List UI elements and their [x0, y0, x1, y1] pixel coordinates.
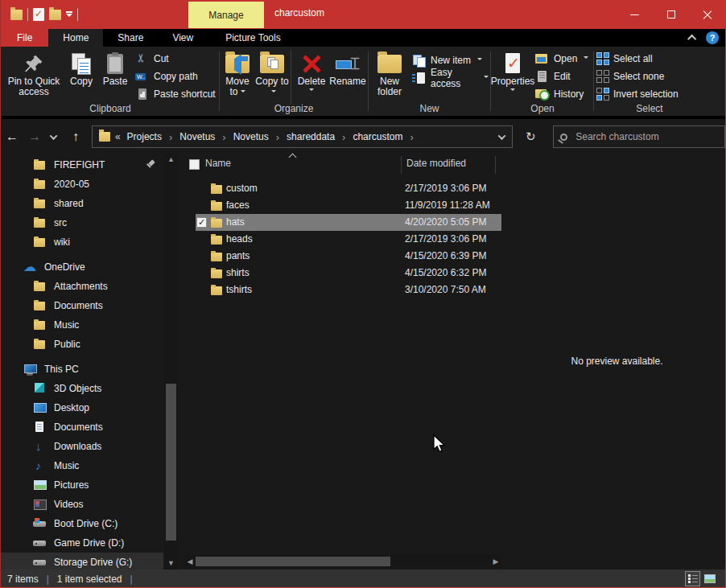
open-button[interactable]: Open	[535, 50, 588, 68]
delete-button[interactable]: Delete	[294, 48, 329, 93]
copy-button[interactable]: Copy	[65, 48, 97, 87]
sidebar-item[interactable]: Desktop	[1, 398, 163, 417]
table-row[interactable]: tshirts 3/10/2020 7:50 AM	[184, 282, 501, 298]
new-folder-icon	[377, 51, 402, 76]
sidebar-item[interactable]: src	[1, 213, 163, 232]
forward-icon[interactable]: →	[23, 130, 46, 144]
sidebar-item[interactable]: Storage Drive (G:)	[1, 553, 163, 569]
file-list-horizontal-scrollbar[interactable]: ◀ ▶	[184, 555, 501, 568]
sidebar-item[interactable]: shared	[1, 194, 163, 213]
breadcrumb-segment[interactable]: shareddata ›	[285, 131, 351, 143]
sidebar-item-icon	[33, 498, 47, 511]
sidebar-item[interactable]: Music	[1, 315, 163, 335]
address-dropdown-chevron-icon[interactable]	[491, 126, 512, 147]
edit-button[interactable]: Edit	[535, 68, 571, 85]
sidebar-item[interactable]: FIREFIGHT	[1, 155, 163, 175]
table-row[interactable]: hats 4/20/2020 5:05 PM	[184, 214, 501, 231]
select-all-button[interactable]: Select all	[596, 50, 653, 68]
back-icon[interactable]: ←	[1, 130, 23, 144]
chevron-right-icon[interactable]: ›	[336, 131, 351, 143]
scrollbar-thumb[interactable]	[196, 557, 390, 566]
history-button[interactable]: History	[535, 85, 584, 103]
tab-home[interactable]: Home	[48, 29, 103, 47]
chevron-right-icon[interactable]: ›	[404, 131, 419, 143]
sidebar-item[interactable]: Documents	[1, 417, 163, 437]
copy-to-button[interactable]: Copy to	[255, 48, 289, 97]
manage-contextual-tab[interactable]: Manage	[188, 2, 264, 28]
invert-selection-button[interactable]: Invert selection	[596, 85, 679, 103]
tab-share[interactable]: Share	[103, 29, 158, 47]
address-bar: ← → ↑ « Projects › Novetus ›	[1, 122, 725, 151]
breadcrumb-segment[interactable]: Novetus ›	[232, 131, 285, 143]
column-header-name[interactable]: Name	[205, 158, 231, 169]
select-all-checkbox[interactable]	[189, 159, 200, 170]
row-checkbox[interactable]	[196, 217, 207, 228]
sidebar-item[interactable]: Boot Drive (C:)	[1, 514, 163, 533]
breadcrumb[interactable]: « Projects › Novetus › Novetus ›	[92, 125, 513, 148]
sidebar-item[interactable]: Videos	[1, 495, 163, 514]
table-row[interactable]: faces 11/9/2019 11:28 AM	[184, 197, 501, 214]
chevron-right-icon[interactable]: ›	[217, 131, 231, 143]
help-icon[interactable]: ?	[706, 31, 719, 44]
tab-view[interactable]: View	[158, 29, 208, 47]
rename-button[interactable]: Rename	[329, 48, 366, 87]
sidebar-item[interactable]: Pictures	[1, 475, 163, 495]
maximize-button[interactable]	[653, 0, 689, 29]
scroll-left-icon[interactable]: ◀	[184, 555, 196, 568]
sidebar-item[interactable]: wiki	[1, 232, 163, 252]
recent-locations-chevron-icon[interactable]	[49, 132, 57, 140]
sidebar-scrollbar[interactable]: ▲ ▼	[164, 153, 178, 569]
details-view-button[interactable]	[685, 571, 700, 586]
table-row[interactable]: pants 4/15/2020 6:39 PM	[184, 248, 501, 265]
select-none-button[interactable]: Select none	[596, 68, 664, 85]
sidebar-item[interactable]: 2020-05	[1, 175, 163, 194]
scroll-up-icon[interactable]: ▲	[164, 153, 178, 166]
sidebar-item[interactable]: This PC	[1, 360, 163, 379]
scroll-right-icon[interactable]: ▶	[490, 555, 501, 568]
minimize-button[interactable]	[617, 0, 653, 29]
tab-file[interactable]: File	[1, 29, 48, 47]
refresh-icon[interactable]: ↻	[519, 126, 542, 147]
column-divider[interactable]	[495, 156, 496, 174]
breadcrumb-segment[interactable]: Projects ›	[126, 131, 179, 143]
cut-button[interactable]: Cut	[135, 50, 169, 68]
scrollbar-thumb[interactable]	[166, 384, 176, 541]
move-to-button[interactable]: Move to	[221, 48, 254, 97]
table-row[interactable]: shirts 4/15/2020 6:32 PM	[184, 265, 501, 282]
large-icons-view-button[interactable]	[702, 571, 717, 586]
column-header-date-modified[interactable]: Date modified	[406, 158, 466, 169]
search-box[interactable]	[553, 125, 725, 148]
sidebar-item[interactable]: 3D Objects	[1, 379, 163, 398]
breadcrumb-segment[interactable]: charcustom ›	[351, 131, 419, 143]
search-input[interactable]	[575, 131, 696, 142]
column-divider[interactable]	[401, 156, 402, 174]
sidebar-item[interactable]: Attachments	[1, 277, 163, 296]
close-button[interactable]	[689, 0, 725, 29]
sidebar-item[interactable]: Music	[1, 456, 163, 475]
sidebar-item[interactable]: Game Drive (D:)	[1, 533, 163, 553]
easy-access-button[interactable]: Easy access	[412, 69, 489, 87]
sidebar-item[interactable]: OneDrive	[1, 257, 163, 277]
table-row[interactable]: heads 2/17/2019 3:06 PM	[184, 231, 501, 248]
chevron-right-icon[interactable]: ›	[163, 131, 178, 143]
properties-icon[interactable]	[33, 8, 44, 21]
scroll-down-icon[interactable]: ▼	[164, 557, 178, 569]
copy-path-button[interactable]: Copy path	[135, 68, 198, 85]
new-folder-icon[interactable]	[49, 10, 61, 20]
sidebar-item[interactable]: Downloads	[1, 437, 163, 456]
pin-to-quick-access-button[interactable]: Pin to Quick access	[4, 48, 64, 97]
breadcrumb-segment[interactable]: Novetus ›	[178, 131, 231, 143]
table-row[interactable]: custom 2/17/2019 3:06 PM	[184, 180, 501, 197]
chevron-right-icon[interactable]: ›	[270, 131, 285, 143]
breadcrumb-overflow[interactable]: «	[115, 131, 121, 142]
new-folder-button[interactable]: New folder	[370, 48, 409, 97]
paste-button[interactable]: Paste	[97, 48, 133, 87]
properties-button[interactable]: Properties	[493, 48, 533, 93]
sidebar-item[interactable]: Documents	[1, 296, 163, 315]
paste-shortcut-button[interactable]: Paste shortcut	[135, 85, 216, 103]
sidebar-item[interactable]: Public	[1, 335, 163, 354]
up-icon[interactable]: ↑	[64, 130, 87, 144]
customize-qat-chevron-icon[interactable]	[66, 14, 72, 20]
tab-picture-tools[interactable]: Picture Tools	[211, 29, 295, 47]
new-folder-icon[interactable]	[10, 10, 23, 20]
